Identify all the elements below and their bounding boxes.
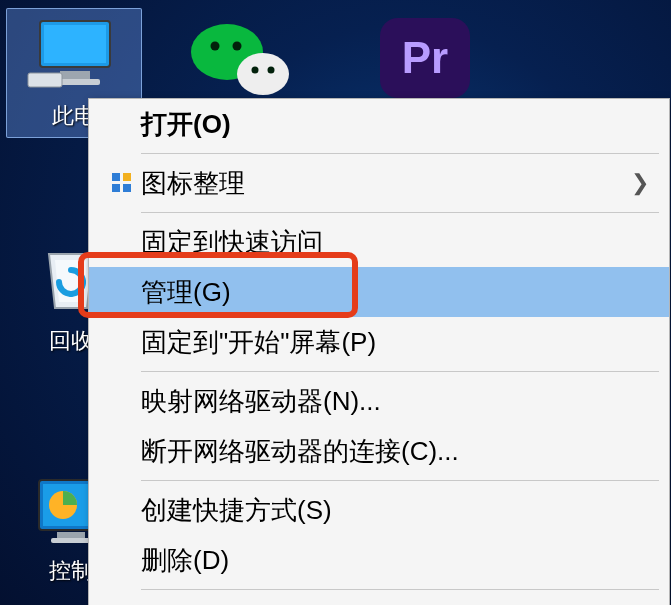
menu-item-icon-arrange[interactable]: 图标整理 ❯ xyxy=(89,158,669,208)
monitor-icon xyxy=(26,15,122,95)
menu-item-manage[interactable]: 管理(G) xyxy=(89,267,669,317)
svg-rect-9 xyxy=(51,538,91,543)
menu-item-disconnect-drive[interactable]: 断开网络驱动器的连接(C)... xyxy=(89,426,669,476)
menu-item-label: 管理(G) xyxy=(141,275,649,310)
svg-rect-16 xyxy=(112,173,120,181)
menu-item-pin-start[interactable]: 固定到"开始"屏幕(P) xyxy=(89,317,669,367)
desktop-icon-premiere[interactable]: Pr xyxy=(380,18,470,98)
menu-separator xyxy=(141,212,659,213)
menu-item-label: 创建快捷方式(S) xyxy=(141,493,649,528)
pr-letter-r: r xyxy=(431,33,448,83)
svg-point-12 xyxy=(233,42,242,51)
svg-point-11 xyxy=(211,42,220,51)
menu-item-label: 映射网络驱动器(N)... xyxy=(141,384,649,419)
svg-rect-1 xyxy=(44,25,106,63)
grid-icon xyxy=(103,172,141,194)
menu-item-label: 固定到"开始"屏幕(P) xyxy=(141,325,649,360)
menu-separator xyxy=(141,153,659,154)
desktop-icon-wechat[interactable] xyxy=(185,18,295,107)
menu-item-pin-quick-access[interactable]: 固定到快速访问 xyxy=(89,217,669,267)
menu-item-open[interactable]: 打开(O) xyxy=(89,99,669,149)
menu-separator xyxy=(141,480,659,481)
menu-item-label: 属性(R) xyxy=(141,602,649,606)
svg-rect-2 xyxy=(60,71,90,79)
menu-item-create-shortcut[interactable]: 创建快捷方式(S) xyxy=(89,485,669,535)
menu-item-label: 打开(O) xyxy=(141,107,649,142)
menu-item-properties[interactable]: 属性(R) xyxy=(89,594,669,605)
svg-rect-8 xyxy=(57,532,85,538)
svg-point-13 xyxy=(237,53,289,95)
menu-item-label: 删除(D) xyxy=(141,543,649,578)
menu-separator xyxy=(141,371,659,372)
menu-separator xyxy=(141,589,659,590)
svg-point-14 xyxy=(252,67,259,74)
svg-rect-19 xyxy=(123,184,131,192)
svg-rect-4 xyxy=(28,73,62,87)
svg-rect-18 xyxy=(112,184,120,192)
pr-letter-p: P xyxy=(402,33,431,83)
menu-item-label: 固定到快速访问 xyxy=(141,225,649,260)
menu-item-map-drive[interactable]: 映射网络驱动器(N)... xyxy=(89,376,669,426)
submenu-arrow-icon: ❯ xyxy=(631,170,649,196)
svg-point-15 xyxy=(268,67,275,74)
menu-item-delete[interactable]: 删除(D) xyxy=(89,535,669,585)
svg-rect-17 xyxy=(123,173,131,181)
menu-item-label: 图标整理 xyxy=(141,166,631,201)
context-menu: 打开(O) 图标整理 ❯ 固定到快速访问 管理(G) 固定到"开始"屏幕(P) … xyxy=(88,98,670,605)
menu-item-label: 断开网络驱动器的连接(C)... xyxy=(141,434,649,469)
